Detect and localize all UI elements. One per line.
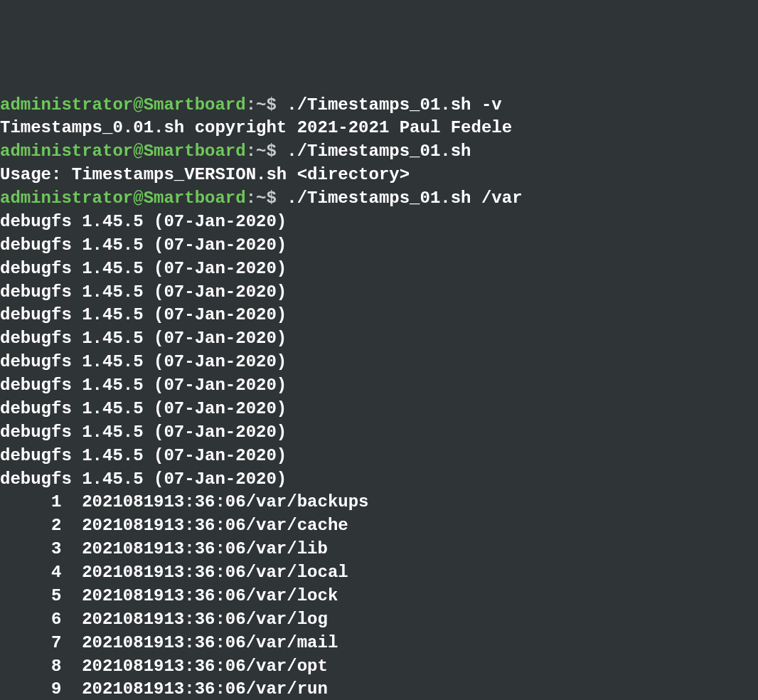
- output-debugfs: debugfs 1.45.5 (07-Jan-2020): [0, 470, 287, 489]
- command-1: ./Timestamps_01.sh -v: [287, 95, 501, 115]
- output-debugfs: debugfs 1.45.5 (07-Jan-2020): [0, 423, 287, 442]
- output-debugfs: debugfs 1.45.5 (07-Jan-2020): [0, 305, 287, 324]
- output-debugfs: debugfs 1.45.5 (07-Jan-2020): [0, 259, 287, 278]
- prompt-userhost: administrator@Smartboard: [0, 189, 246, 208]
- prompt-sep: :: [246, 189, 256, 208]
- prompt-sep: :: [246, 95, 256, 115]
- prompt-path: ~: [256, 95, 266, 115]
- prompt-dollar: $: [266, 142, 276, 161]
- prompt-dollar: $: [266, 95, 276, 115]
- list-row: 2 2021081913:36:06/var/cache: [0, 516, 348, 535]
- output-debugfs: debugfs 1.45.5 (07-Jan-2020): [0, 329, 287, 348]
- list-row: 4 2021081913:36:06/var/local: [0, 563, 348, 582]
- output-debugfs: debugfs 1.45.5 (07-Jan-2020): [0, 352, 287, 371]
- output-debugfs: debugfs 1.45.5 (07-Jan-2020): [0, 212, 287, 231]
- output-debugfs: debugfs 1.45.5 (07-Jan-2020): [0, 399, 287, 418]
- prompt-path: ~: [256, 189, 266, 208]
- prompt-userhost: administrator@Smartboard: [0, 95, 246, 115]
- output-debugfs: debugfs 1.45.5 (07-Jan-2020): [0, 376, 287, 395]
- prompt-dollar: $: [266, 189, 276, 208]
- command-3: ./Timestamps_01.sh /var: [287, 189, 522, 208]
- output-usage: Usage: Timestamps_VERSION.sh <directory>: [0, 165, 410, 184]
- list-row: 8 2021081913:36:06/var/opt: [0, 657, 328, 676]
- list-row: 5 2021081913:36:06/var/lock: [0, 586, 338, 605]
- output-debugfs: debugfs 1.45.5 (07-Jan-2020): [0, 446, 287, 465]
- command-2: ./Timestamps_01.sh: [287, 142, 471, 161]
- list-row: 6 2021081913:36:06/var/log: [0, 610, 328, 629]
- list-row: 9 2021081913:36:06/var/run: [0, 679, 328, 699]
- output-debugfs: debugfs 1.45.5 (07-Jan-2020): [0, 235, 287, 255]
- list-row: 3 2021081913:36:06/var/lib: [0, 539, 328, 558]
- prompt-path: ~: [256, 142, 266, 161]
- list-row: 7 2021081913:36:06/var/mail: [0, 633, 338, 652]
- output-version: Timestamps_0.01.sh copyright 2021-2021 P…: [0, 118, 512, 137]
- prompt-sep: :: [246, 142, 256, 161]
- list-row: 1 2021081913:36:06/var/backups: [0, 492, 368, 511]
- terminal-output[interactable]: administrator@Smartboard:~$ ./Timestamps…: [0, 94, 758, 701]
- output-debugfs: debugfs 1.45.5 (07-Jan-2020): [0, 282, 287, 302]
- prompt-userhost: administrator@Smartboard: [0, 142, 246, 161]
